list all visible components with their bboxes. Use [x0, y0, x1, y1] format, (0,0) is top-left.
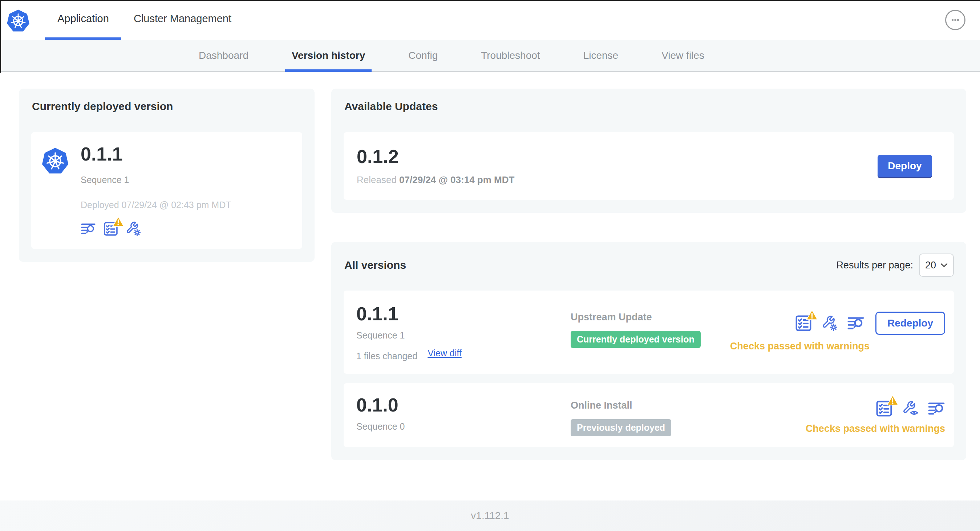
overflow-menu-button[interactable]	[945, 10, 966, 30]
deployed-version-actions	[81, 221, 231, 237]
deployed-sequence: Sequence 1	[81, 175, 231, 185]
main-content: Currently deployed version 0.1.1 Sequenc…	[0, 72, 980, 501]
edit-config-icon[interactable]	[822, 315, 838, 331]
available-updates-panel: Available Updates 0.1.2 Released 07/29/2…	[331, 89, 966, 213]
current-version-column: Currently deployed version 0.1.1 Sequenc…	[19, 89, 315, 262]
all-versions-title: All versions	[344, 259, 406, 271]
currently-deployed-panel: Currently deployed version 0.1.1 Sequenc…	[19, 89, 315, 262]
subnav-tab-view-files[interactable]: View files	[655, 40, 711, 71]
available-update-card: 0.1.2 Released 07/29/24 @ 03:14 pm MDT D…	[344, 132, 954, 200]
preflight-checks-warning-icon[interactable]	[103, 221, 118, 237]
results-per-page-label: Results per page:	[836, 260, 913, 271]
preflight-status[interactable]: Checks passed with warnings	[730, 341, 870, 352]
redeploy-button[interactable]: Redeploy	[875, 312, 945, 335]
app-subnav: Dashboard Version history Config Trouble…	[0, 40, 980, 72]
window-left-edge	[0, 0, 1, 73]
version-row-info: 0.1.0 Sequence 0	[356, 395, 571, 436]
admin-console-page: Application Cluster Management Dashboard…	[0, 0, 980, 531]
subnav-tab-license[interactable]: License	[577, 40, 625, 71]
row-sequence: Sequence 0	[356, 421, 571, 432]
app-icon	[41, 144, 69, 237]
footer: v1.112.1	[0, 501, 980, 531]
subnav-tab-version-history[interactable]: Version history	[285, 40, 372, 71]
view-config-icon[interactable]	[902, 401, 918, 417]
results-per-page: Results per page: 20	[836, 253, 954, 277]
all-versions-header: All versions Results per page: 20	[344, 253, 954, 277]
update-info: 0.1.2 Released 07/29/24 @ 03:14 pm MDT	[357, 146, 514, 186]
row-version-number: 0.1.0	[356, 395, 571, 415]
view-diff-link[interactable]: View diff	[428, 348, 462, 358]
kubernetes-logo-icon	[41, 147, 69, 176]
version-row-source: Upstream Update Currently deployed versi…	[571, 304, 730, 361]
console-version: v1.112.1	[471, 510, 509, 521]
currently-deployed-title: Currently deployed version	[32, 100, 302, 113]
kubernetes-logo-icon	[6, 9, 30, 33]
tab-cluster-management-label: Cluster Management	[134, 13, 231, 25]
available-updates-title: Available Updates	[344, 100, 954, 113]
versions-column: Available Updates 0.1.2 Released 07/29/2…	[331, 89, 966, 460]
warning-triangle-icon	[806, 310, 818, 320]
update-released-line: Released 07/29/24 @ 03:14 pm MDT	[357, 174, 514, 186]
diff-logs-icon[interactable]	[847, 315, 864, 332]
results-per-page-select[interactable]: 20	[919, 253, 954, 277]
update-version-number: 0.1.2	[357, 146, 514, 167]
tab-application-label: Application	[57, 13, 109, 25]
subnav-tab-dashboard[interactable]: Dashboard	[192, 40, 255, 71]
files-changed: 1 files changed	[356, 351, 417, 361]
app-logo	[6, 9, 30, 33]
preflight-checks-warning-icon[interactable]	[795, 315, 812, 332]
deployed-version-number: 0.1.1	[81, 144, 231, 165]
subnav-tab-troubleshoot[interactable]: Troubleshoot	[474, 40, 546, 71]
subnav-tab-config[interactable]: Config	[402, 40, 444, 71]
tab-cluster-management[interactable]: Cluster Management	[121, 0, 244, 40]
preflight-checks-warning-icon[interactable]	[875, 400, 893, 417]
version-row-actions: Checks passed with warnings	[806, 395, 945, 436]
row-source-label: Online Install	[571, 400, 806, 411]
deploy-button[interactable]: Deploy	[878, 155, 932, 177]
deployed-version-info: 0.1.1 Sequence 1 Deployed 07/29/24 @ 02:…	[81, 144, 231, 237]
diff-logs-icon[interactable]	[928, 400, 945, 417]
chevron-down-icon	[940, 263, 948, 267]
diff-logs-icon[interactable]	[81, 221, 96, 237]
version-row-0-1-1: 0.1.1 Sequence 1 1 files changed View di…	[344, 291, 954, 374]
row-sequence: Sequence 1	[356, 330, 571, 341]
row-source-label: Upstream Update	[571, 312, 730, 323]
row-version-number: 0.1.1	[356, 304, 571, 324]
tab-application[interactable]: Application	[45, 0, 121, 40]
files-changed-line: 1 files changed View diff	[356, 345, 571, 361]
released-prefix: Released	[357, 174, 397, 185]
top-bar: Application Cluster Management	[0, 0, 980, 40]
all-versions-panel: All versions Results per page: 20 0.1.1 …	[331, 242, 966, 460]
currently-deployed-card: 0.1.1 Sequence 1 Deployed 07/29/24 @ 02:…	[31, 132, 302, 249]
results-per-page-value: 20	[925, 260, 936, 271]
warning-triangle-icon	[887, 395, 899, 406]
warning-triangle-icon	[112, 216, 124, 227]
edit-config-icon[interactable]	[126, 221, 141, 237]
window-top-edge	[0, 0, 980, 1]
version-row-source: Online Install Previously deployed	[571, 395, 806, 436]
ellipsis-icon	[949, 13, 962, 27]
currently-deployed-badge: Currently deployed version	[571, 331, 701, 348]
version-row-0-1-0: 0.1.0 Sequence 0 Online Install Previous…	[344, 383, 954, 447]
previously-deployed-badge: Previously deployed	[571, 419, 671, 436]
version-row-actions: Redeploy Checks passed with warnings	[730, 304, 945, 361]
deployed-timestamp: Deployed 07/29/24 @ 02:43 pm MDT	[81, 200, 231, 210]
preflight-status[interactable]: Checks passed with warnings	[806, 423, 945, 434]
released-date: 07/29/24 @ 03:14 pm MDT	[399, 174, 514, 185]
version-row-info: 0.1.1 Sequence 1 1 files changed View di…	[356, 304, 571, 361]
